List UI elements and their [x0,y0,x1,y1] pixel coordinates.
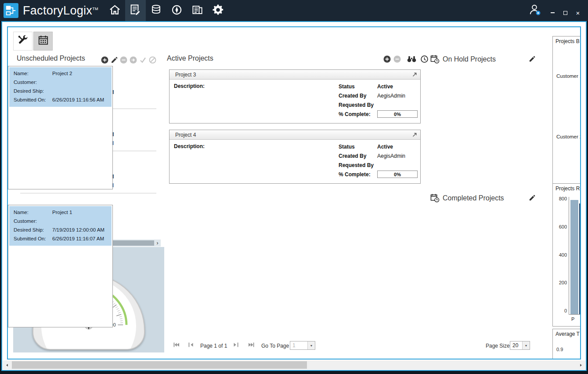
first-page-button[interactable] [173,342,180,347]
remove-button[interactable] [120,56,127,64]
requested-by-label: Requested By [339,102,377,108]
card-body: Description: StatusActive Created ByAegi… [170,140,420,183]
nav-home-button[interactable] [105,0,125,21]
next-page-button[interactable] [233,342,238,347]
active-toolbar [383,55,428,63]
field-label: Submitted On: [9,234,52,243]
app-title: FactoryLogixTM [23,4,98,18]
window-frame: Unscheduled Projects Name:Project 5 Cust… [1,21,587,371]
calendar-clock-icon [430,193,440,203]
y-axis-tick: 0 [554,308,567,313]
move-button[interactable] [130,56,137,64]
clock-icon[interactable] [421,55,428,63]
accept-button[interactable] [139,56,147,64]
goto-page-label: Go To Page [261,343,289,349]
calendar-icon [38,35,49,47]
nav-navigate-button[interactable] [166,0,187,21]
project-name: Project 1 [52,208,72,217]
horizontal-scrollbar[interactable] [3,360,585,370]
minimize-button[interactable] [549,10,556,16]
close-button[interactable]: × [575,10,581,16]
x-axis [569,314,581,315]
completed-title: Completed Projects [443,194,504,202]
bar [570,200,578,314]
edit-button[interactable] [111,57,118,64]
percent-complete-label: % Complete: [339,111,377,117]
on-hold-project-item[interactable]: Name:Project 2 Customer: Desired Ship: S… [9,67,112,107]
percent-complete-field[interactable]: 0% [377,110,418,118]
field-label: Name: [9,208,52,217]
calendar-clock-icon [430,54,440,64]
on-hold-header: On Hold Projects [430,54,535,64]
tab-schedule[interactable] [33,32,53,51]
card-header[interactable]: Project 4 [170,130,420,140]
created-by-label: Created By [339,153,377,159]
planning-icon [129,4,141,18]
active-project-card[interactable]: Project 3 Description: StatusActive Crea… [169,69,421,123]
projects-by-customer-chart: Projects B Customer 1 Customer 2 [552,36,581,184]
maximize-button[interactable] [562,10,568,16]
nav-settings-button[interactable] [208,0,228,21]
previous-page-button[interactable] [188,342,194,347]
card-title: Project 4 [175,132,196,138]
navigate-icon [171,4,183,18]
home-icon [109,4,121,18]
scroll-right-icon[interactable]: › [154,240,161,247]
main-navigation [105,0,228,21]
description-label: Description: [174,83,205,89]
percent-complete-field[interactable]: 0% [377,171,418,178]
edit-on-hold-button[interactable] [529,56,535,62]
card-body: Description: StatusActive Created ByAegi… [170,80,420,123]
y-axis-tick: 400 [554,252,567,258]
minimize-icon [551,12,555,13]
status-label: Status [339,144,377,150]
active-project-card[interactable]: Project 4 Description: StatusActive Crea… [169,130,421,184]
cancel-button[interactable] [149,56,156,64]
page-size-label: Page Size [486,343,510,349]
tab-tools[interactable] [13,32,32,51]
tools-icon [18,35,29,47]
y-axis-tick: 800 [554,196,567,201]
project-submitted-on: 6/26/2019 11:16:07 AM [52,234,104,243]
edit-completed-button[interactable] [529,195,535,201]
category-label: Customer 1 [556,73,581,79]
chevron-down-icon[interactable]: ▼ [522,341,530,349]
page-indicator: Page 1 of 1 [200,343,227,349]
nav-planning-button[interactable] [125,0,146,21]
status-label: Status [339,84,377,90]
add-button[interactable] [101,56,108,64]
expand-icon[interactable] [412,132,417,137]
x-axis-label: P [571,316,574,322]
on-hold-projects-panel: Name:Project 2 Customer: Desired Ship: S… [8,66,113,189]
requested-by-label: Requested By [339,162,377,168]
chevron-down-icon[interactable]: ▼ [307,341,315,349]
app-logo-icon [4,3,18,18]
card-header[interactable]: Project 3 [170,70,420,80]
scroll-left-icon[interactable] [3,360,11,370]
bar [579,203,581,314]
expand-icon[interactable] [412,72,417,77]
goto-page-select[interactable]: 1 ▼ [290,341,315,350]
created-by-value: AegisAdmin [377,153,405,159]
reports-icon [191,4,203,18]
user-button[interactable] [528,3,541,18]
nav-materials-button[interactable] [146,0,166,21]
completed-project-item[interactable]: Name:Project 1 Customer: Desired Ship:7/… [9,206,112,246]
add-button[interactable] [383,55,391,63]
user-icon [528,3,541,18]
completed-projects-panel: Name:Project 1 Customer: Desired Ship:7/… [8,205,113,327]
project-submitted-on: 6/26/2019 11:16:56 AM [52,95,104,104]
card-title: Project 3 [175,72,196,78]
y-axis-tick: 0.9 [553,347,570,352]
scrollbar-thumb[interactable] [12,361,307,369]
trademark: TM [92,7,98,11]
project-desired-ship: 7/19/2019 12:00:00 AM [52,225,105,234]
page-size-select[interactable]: 20 ▼ [510,341,530,350]
binoculars-icon[interactable] [407,56,416,62]
remove-button[interactable] [393,55,401,63]
scroll-right-icon[interactable] [577,360,585,370]
project-name: Project 2 [52,69,72,78]
created-by-value: AegisAdmin [377,93,405,99]
last-page-button[interactable] [248,342,254,347]
nav-reports-button[interactable] [187,0,208,21]
